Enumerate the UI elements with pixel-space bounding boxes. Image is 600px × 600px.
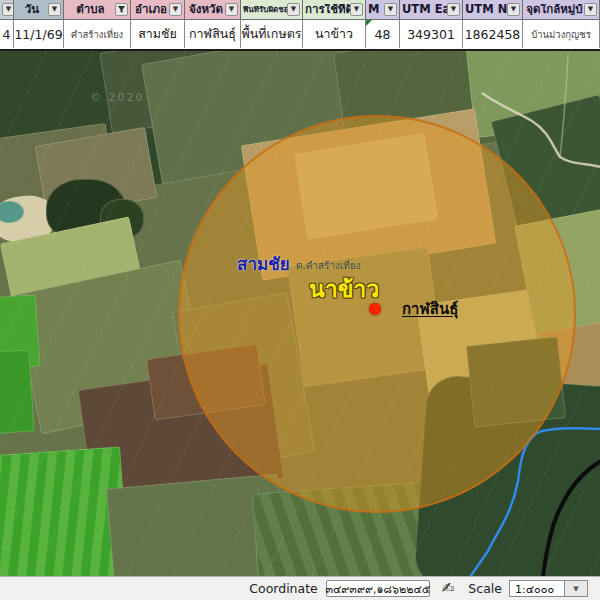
filter-dropdown-icon[interactable]: ▼ — [447, 3, 460, 16]
filter-dropdown-icon[interactable]: ▼ — [507, 3, 520, 16]
filter-dropdown-icon[interactable]: ▼ — [225, 3, 238, 16]
cell-land-use[interactable]: นาข้าว — [303, 20, 366, 48]
pen-tool-icon[interactable]: ✍ — [442, 579, 455, 597]
cell-value: 11/1/69 — [14, 27, 62, 42]
column-header-label: UTM Ea — [402, 4, 447, 16]
filter-dropdown-icon[interactable]: ▼ — [287, 3, 300, 16]
cell-value: คำสร้างเที่ยง — [71, 27, 123, 42]
province-label: กาฬสินธุ์ — [402, 301, 458, 318]
cell-amphoe[interactable]: สามชัย — [131, 20, 185, 48]
filter-dropdown-icon[interactable]: ▼ — [48, 3, 61, 16]
dirt-road — [482, 93, 600, 167]
subdistrict-label: ต.คำสร้างเที่ยง — [296, 260, 361, 271]
status-bar: Coordinate ๓๔๙๓๙๙,๑๘๖๒๒๔๕ ✍ Scale 1:๔๐๐๐… — [0, 576, 600, 600]
column-header-land-use: การใช้ที่ดิน▼ — [303, 0, 366, 20]
column-header-label: วัน — [16, 4, 48, 16]
cell-changwat[interactable]: กาฬสินธุ์ — [185, 20, 241, 48]
cell-value: 349301 — [407, 27, 455, 42]
scale-label: Scale — [468, 581, 502, 596]
filter-dropdown-icon[interactable]: ▼ — [584, 3, 597, 16]
cell-tambon[interactable]: คำสร้างเที่ยง — [64, 20, 131, 48]
attribute-table: ที่▼วัน▼ตำบลอำเภอ▼จังหวัด▼พื้นที่รับผิดช… — [0, 0, 600, 51]
filter-applied-icon[interactable] — [115, 3, 128, 16]
cell-date[interactable]: 11/1/69 — [14, 20, 64, 48]
cell-error-flag — [366, 20, 372, 26]
column-header-label: ตำบล — [66, 4, 115, 16]
column-header-nearest-village: จุดใกล้หมู่บ้▼ — [523, 0, 600, 20]
road-line — [543, 461, 600, 576]
column-header-date: วัน▼ — [14, 0, 64, 20]
filter-dropdown-icon[interactable]: ▼ — [169, 3, 182, 16]
column-header-utm-east: UTM Ea▼ — [400, 0, 463, 20]
cell-m-zone[interactable]: 48 — [366, 20, 400, 48]
cell-responsible-area[interactable]: พื้นที่เกษตร — [241, 20, 303, 48]
coordinate-label: Coordinate — [249, 581, 318, 596]
cell-value: พื้นที่เกษตร — [242, 24, 302, 44]
cell-utm-north[interactable]: 1862458 — [463, 20, 523, 48]
cell-value: นาข้าว — [315, 24, 353, 44]
column-header-responsible-area: พื้นที่รับผิดชอบ▼ — [241, 0, 303, 20]
cell-value: 4 — [3, 27, 11, 42]
district-label: สามชัย — [237, 255, 290, 274]
dirt-road-branch — [560, 55, 568, 157]
cell-value: 48 — [375, 27, 391, 42]
column-header-utm-north: UTM Nor▼ — [463, 0, 523, 20]
column-header-label: อำเภอ — [133, 4, 169, 16]
cell-value: บ้านม่วงกุญชร — [531, 27, 591, 42]
column-header-label: การใช้ที่ดิน — [305, 4, 350, 16]
coordinate-input[interactable]: ๓๔๙๓๙๙,๑๘๖๒๒๔๕ — [326, 580, 430, 597]
filter-dropdown-icon[interactable]: ▼ — [2, 3, 14, 16]
column-header-label: จุดใกล้หมู่บ้ — [525, 4, 584, 16]
land-use-label: นาข้าว — [309, 277, 379, 302]
cell-value: กาฬสินธุ์ — [189, 24, 236, 44]
cell-nearest-village[interactable]: บ้านม่วงกุญชร — [523, 20, 600, 48]
column-header-no: ที่▼ — [0, 0, 14, 20]
cell-value: 1862458 — [465, 27, 521, 42]
column-header-changwat: จังหวัด▼ — [185, 0, 241, 20]
column-header-label: M_ — [368, 4, 384, 16]
scale-select[interactable]: 1:๔๐๐๐ — [509, 580, 565, 597]
imagery-watermark: © 2020 — [90, 91, 145, 104]
cell-value: สามชัย — [138, 24, 177, 44]
column-header-amphoe: อำเภอ▼ — [131, 0, 185, 20]
map-canvas[interactable]: © 2020 สามชัย ต.คำสร้างเที่ยง นาข้าว กาฬ… — [0, 51, 600, 576]
column-header-label: จังหวัด — [187, 4, 225, 16]
column-header-label: UTM Nor — [465, 4, 507, 16]
point-marker[interactable] — [369, 303, 381, 315]
cell-utm-east[interactable]: 349301 — [400, 20, 463, 48]
filter-dropdown-icon[interactable]: ▼ — [384, 3, 397, 16]
column-header-label: พื้นที่รับผิดชอบ — [243, 6, 287, 14]
cell-no[interactable]: 4 — [0, 20, 14, 48]
filter-dropdown-icon[interactable]: ▼ — [350, 3, 363, 16]
scale-dropdown-arrow-icon[interactable]: ▼ — [565, 580, 588, 597]
column-header-tambon: ตำบล — [64, 0, 131, 20]
table-data-row: 411/1/69คำสร้างเที่ยงสามชัยกาฬสินธุ์พื้น… — [0, 20, 600, 48]
table-header-row: ที่▼วัน▼ตำบลอำเภอ▼จังหวัด▼พื้นที่รับผิดช… — [0, 0, 600, 20]
column-header-m-zone: M_▼ — [366, 0, 400, 20]
